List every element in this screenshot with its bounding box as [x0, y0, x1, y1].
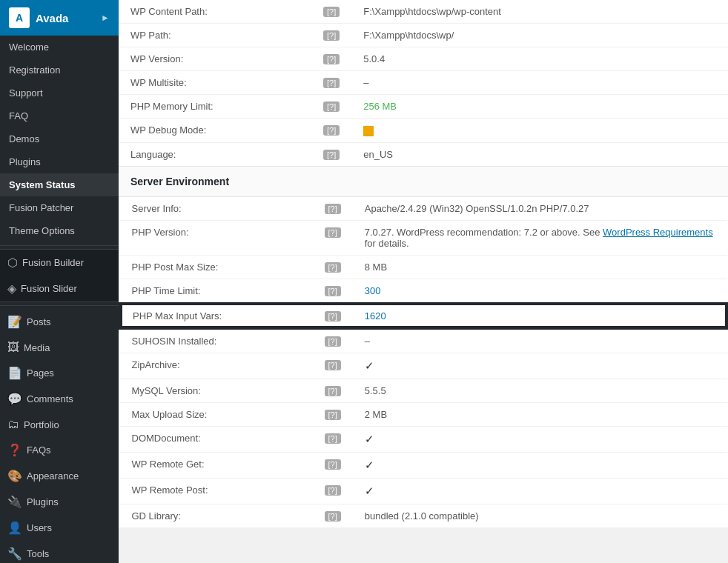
- row-label: WP Debug Mode:: [119, 119, 311, 143]
- row-label: WP Remote Post:: [120, 478, 313, 504]
- row-value: ✓: [353, 452, 727, 478]
- media-icon: 🖼: [7, 341, 19, 354]
- sidebar-item-tools[interactable]: 🔧Tools: [0, 541, 119, 563]
- fusion-slider-icon: ◈: [7, 282, 16, 296]
- row-label: WP Multisite:: [119, 71, 311, 95]
- fusion-builder-label: Fusion Builder: [22, 257, 84, 268]
- help-button[interactable]: [?]: [311, 47, 351, 71]
- sidebar-item-registration[interactable]: Registration: [0, 59, 119, 81]
- help-button[interactable]: [?]: [313, 279, 353, 303]
- row-label: ZipArchive:: [120, 353, 313, 379]
- row-value: 7.0.27. WordPress recommendation: 7.2 or…: [353, 220, 727, 255]
- help-button[interactable]: [?]: [313, 504, 353, 527]
- table-row: PHP Memory Limit:[?]256 MB: [119, 95, 728, 119]
- table-row: GD Library:[?]bundled (2.1.0 compatible): [120, 504, 727, 527]
- sidebar-item-comments[interactable]: 💬Comments: [0, 386, 119, 412]
- faqs-label: FAQs: [27, 444, 51, 456]
- fusion-slider-label: Fusion Slider: [21, 283, 77, 294]
- sidebar-item-users[interactable]: 👤Users: [0, 515, 119, 541]
- appearance-label: Appearance: [27, 470, 79, 482]
- help-button[interactable]: [?]: [311, 24, 351, 47]
- row-label: PHP Version:: [120, 220, 313, 255]
- portfolio-icon: 🗂: [7, 418, 19, 431]
- help-button[interactable]: [?]: [313, 328, 353, 353]
- sidebar-logo[interactable]: A Avada ►: [0, 0, 119, 36]
- sidebar-item-faq[interactable]: FAQ: [0, 104, 119, 127]
- avada-logo-icon: A: [9, 7, 30, 28]
- row-value: ✓: [353, 353, 727, 379]
- sidebar-item-plugins[interactable]: Plugins: [0, 150, 119, 173]
- sidebar-item-demos[interactable]: Demos: [0, 127, 119, 150]
- sidebar-item-appearance[interactable]: 🎨Appearance: [0, 463, 119, 489]
- row-label: WP Path:: [119, 24, 311, 47]
- table-row: WP Path:[?]F:\Xampp\htdocs\wp/: [119, 24, 728, 47]
- sidebar-top-menu: WelcomeRegistrationSupportFAQDemosPlugin…: [0, 36, 119, 242]
- help-button[interactable]: [?]: [313, 197, 353, 221]
- row-value: 256 MB: [351, 95, 728, 119]
- pages-icon: 📄: [7, 366, 22, 380]
- sidebar-item-fusion-builder[interactable]: ⬡Fusion Builder: [0, 250, 119, 276]
- content-area: WP Content Path:[?]F:\Xampp\htdocs\wp/wp…: [119, 0, 728, 527]
- portfolio-label: Portfolio: [24, 419, 59, 430]
- sidebar-collapse-arrow[interactable]: ►: [101, 13, 110, 23]
- row-value: Apache/2.4.29 (Win32) OpenSSL/1.0.2n PHP…: [353, 197, 727, 221]
- sidebar-item-welcome[interactable]: Welcome: [0, 36, 119, 59]
- row-label: PHP Memory Limit:: [119, 95, 311, 119]
- table-row: Max Upload Size:[?]2 MB: [120, 402, 727, 426]
- row-value: 2 MB: [353, 402, 727, 426]
- help-button[interactable]: [?]: [311, 95, 351, 119]
- table-row: PHP Max Input Vars:[?]1620: [120, 303, 727, 328]
- help-button[interactable]: [?]: [313, 478, 353, 504]
- help-button[interactable]: [?]: [313, 220, 353, 255]
- pages-label: Pages: [27, 367, 54, 379]
- sidebar-item-support[interactable]: Support: [0, 81, 119, 104]
- sidebar-item-posts[interactable]: 📝Posts: [0, 309, 119, 335]
- sidebar-groups: ⬡Fusion Builder◈Fusion Slider: [0, 249, 119, 302]
- faqs-icon: ❓: [7, 443, 22, 457]
- server-section-header: Server Environment: [119, 166, 728, 197]
- sidebar-item-theme-options[interactable]: Theme Options: [0, 219, 119, 242]
- appearance-icon: 🎨: [7, 469, 22, 483]
- help-button[interactable]: [?]: [313, 303, 353, 328]
- help-button[interactable]: [?]: [313, 452, 353, 478]
- row-value: ✓: [353, 478, 727, 504]
- sidebar-item-media[interactable]: 🖼Media: [0, 335, 119, 360]
- sidebar-item-fusion-slider[interactable]: ◈Fusion Slider: [0, 276, 119, 302]
- row-value: –: [351, 71, 728, 95]
- sidebar-item-system-status[interactable]: System Status: [0, 173, 119, 196]
- table-row: PHP Version:[?]7.0.27. WordPress recomme…: [120, 220, 727, 255]
- sidebar-item-portfolio[interactable]: 🗂Portfolio: [0, 412, 119, 437]
- table-row: PHP Time Limit:[?]300: [120, 279, 727, 303]
- help-button[interactable]: [?]: [311, 142, 351, 166]
- table-row: WP Remote Get:[?]✓: [120, 452, 727, 478]
- row-label: PHP Post Max Size:: [120, 255, 313, 279]
- sidebar: A Avada ► WelcomeRegistrationSupportFAQD…: [0, 0, 119, 563]
- table-row: WP Version:[?]5.0.4: [119, 47, 728, 71]
- table-row: PHP Post Max Size:[?]8 MB: [120, 255, 727, 279]
- wordpress-requirements-link[interactable]: WordPress Requirements: [603, 227, 713, 238]
- sidebar-item-faqs[interactable]: ❓FAQs: [0, 437, 119, 463]
- help-button[interactable]: [?]: [311, 71, 351, 95]
- sidebar-item-fusion-patcher[interactable]: Fusion Patcher: [0, 196, 119, 219]
- row-label: PHP Time Limit:: [120, 279, 313, 303]
- help-button[interactable]: [?]: [313, 353, 353, 379]
- help-button[interactable]: [?]: [311, 119, 351, 143]
- table-row: ZipArchive:[?]✓: [120, 353, 727, 379]
- help-button[interactable]: [?]: [311, 0, 351, 24]
- row-value: 5.0.4: [351, 47, 728, 71]
- table-row: WP Debug Mode:[?]: [119, 119, 728, 143]
- help-button[interactable]: [?]: [313, 402, 353, 426]
- sidebar-divider-1: [0, 245, 119, 246]
- table-row: WP Content Path:[?]F:\Xampp\htdocs\wp/wp…: [119, 0, 728, 24]
- row-value: en_US: [351, 142, 728, 166]
- help-button[interactable]: [?]: [313, 255, 353, 279]
- sidebar-item-plugins2[interactable]: 🔌Plugins: [0, 489, 119, 515]
- row-value: 8 MB: [353, 255, 727, 279]
- server-status-table: Server Info:[?]Apache/2.4.29 (Win32) Ope…: [119, 197, 728, 527]
- sidebar-item-pages[interactable]: 📄Pages: [0, 360, 119, 386]
- tools-label: Tools: [27, 548, 49, 559]
- help-button[interactable]: [?]: [313, 426, 353, 452]
- row-label: Max Upload Size:: [120, 402, 313, 426]
- help-button[interactable]: [?]: [313, 379, 353, 402]
- row-value: 5.5.5: [353, 379, 727, 402]
